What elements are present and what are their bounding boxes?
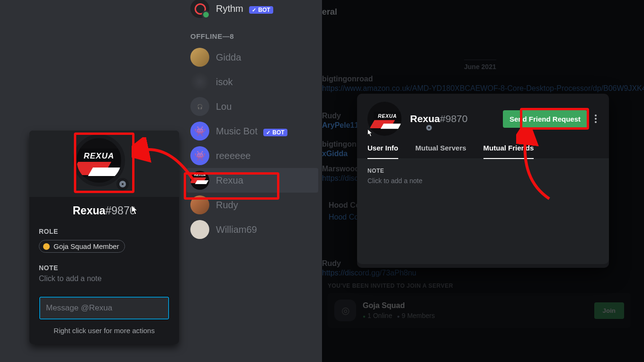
tab-user-info[interactable]: User Info — [367, 144, 398, 159]
annotation-box — [74, 132, 134, 193]
tab-mutual-servers[interactable]: Mutual Servers — [415, 144, 466, 159]
channel-header: eral — [322, 0, 644, 24]
cursor-icon — [131, 205, 139, 215]
bot-tag: BOT — [263, 129, 287, 136]
member-name: Music Bot — [216, 126, 258, 136]
more-options-icon[interactable] — [593, 113, 599, 125]
server-invite-card: YOU'VE BEEN INVITED TO JOIN A SERVER ◎ G… — [328, 283, 631, 328]
server-name: Goja Squad — [363, 301, 435, 310]
member-name: reeeeee — [216, 150, 250, 161]
profile-tabs: User Info Mutual Servers Mutual Friends — [357, 144, 609, 159]
message-input[interactable] — [39, 296, 170, 320]
role-name: Goja Squad Member — [54, 242, 119, 250]
role-label: ROLE — [39, 228, 170, 235]
avatar — [190, 220, 209, 239]
avatar: 👾 — [190, 146, 209, 165]
member-name: Rudy — [216, 200, 238, 211]
member-name: Gidda — [216, 52, 241, 63]
member-row[interactable]: 🎧 Lou — [190, 94, 322, 119]
right-click-hint: Right click user for more actions — [29, 327, 179, 335]
server-icon: ◎ — [334, 300, 356, 321]
member-row-rythm[interactable]: Rythm BOT — [190, 0, 322, 21]
invite-label: YOU'VE BEEN INVITED TO JOIN A SERVER — [328, 283, 631, 289]
member-name: Lou — [216, 101, 232, 112]
cursor-icon — [367, 129, 374, 137]
annotation-box — [184, 172, 279, 200]
member-row[interactable]: Gidda — [190, 45, 322, 70]
member-name: William69 — [216, 224, 257, 235]
popout-username: Rexua#9870 — [29, 204, 179, 217]
left-panel: Rythm BOT OFFLINE—8 Gidda isok 🎧 Lou 👾 — [0, 0, 322, 362]
avatar — [190, 72, 209, 91]
role-color-dot — [43, 243, 50, 250]
modal-username: Rexua#9870 — [410, 113, 467, 124]
member-row[interactable]: 👾 reeeeee — [190, 143, 322, 168]
member-row[interactable]: 👾 Music Bot BOT — [190, 119, 322, 143]
tab-mutual-friends[interactable]: Mutual Friends — [483, 144, 534, 159]
role-pill[interactable]: Goja Squad Member — [39, 240, 125, 253]
avatar-rythm — [190, 0, 209, 18]
join-button[interactable]: Join — [594, 302, 624, 319]
member-row[interactable]: isok — [190, 70, 322, 94]
note-label: NOTE — [39, 264, 170, 272]
server-meta: 1 Online9 Members — [363, 312, 435, 319]
offline-header: OFFLINE—8 — [190, 32, 322, 40]
right-panel: eral June 2021 bigtingonroad https://www… — [322, 0, 644, 362]
avatar: 👾 — [190, 122, 209, 141]
note-label: NOTE — [367, 168, 599, 174]
member-name: Rythm — [216, 3, 243, 14]
note-input[interactable]: Click to add a note — [367, 177, 599, 185]
avatar — [190, 48, 209, 67]
date-divider: June 2021 — [464, 60, 496, 71]
status-offline-icon — [424, 123, 434, 132]
bot-tag: BOT — [249, 6, 273, 14]
annotation-box — [520, 108, 589, 130]
note-input[interactable]: Click to add a note — [39, 274, 170, 283]
member-name: isok — [216, 77, 233, 88]
member-row[interactable]: William69 — [190, 217, 322, 242]
avatar: 🎧 — [190, 97, 209, 116]
